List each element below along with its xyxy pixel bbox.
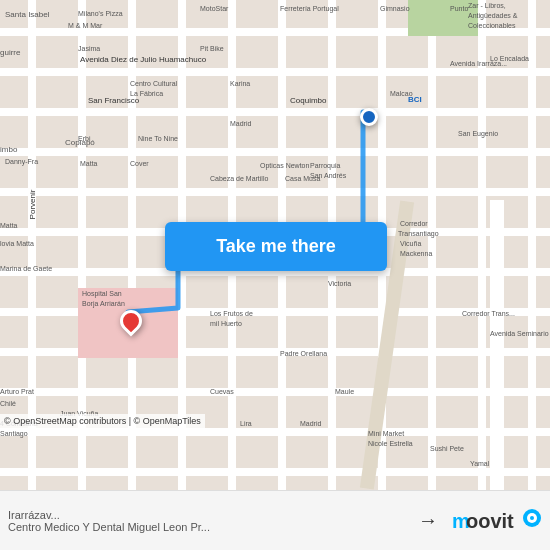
street-v9 — [428, 0, 436, 490]
svg-text:oovit: oovit — [466, 510, 514, 532]
destination-marker — [120, 310, 142, 332]
moovit-logo: m oovit — [452, 506, 542, 536]
street-san-eugenio — [490, 200, 504, 490]
street-v11 — [528, 0, 536, 490]
map-container: Avenida Diez de Julio Huamachuco Coquimb… — [0, 0, 550, 490]
bottom-bar-arrow: → — [404, 509, 452, 532]
origin-marker — [360, 108, 378, 126]
street-v10 — [478, 0, 486, 490]
copyright-text: © OpenStreetMap contributors | © OpenMap… — [0, 414, 205, 428]
route-from-label: Irarrázav... — [8, 509, 60, 521]
bottom-bar: Irarrázav... Centro Medico Y Dental Migu… — [0, 490, 550, 550]
route-to-label: Centro Medico Y Dental Miguel Leon Pr... — [8, 521, 210, 533]
take-me-there-button[interactable]: Take me there — [165, 222, 387, 271]
bottom-bar-route-info: Irarrázav... Centro Medico Y Dental Migu… — [8, 509, 404, 533]
arrow-icon: → — [412, 509, 444, 532]
pin-head — [115, 305, 146, 336]
bottom-bar-logo: m oovit — [452, 506, 542, 536]
block-park1 — [408, 0, 478, 36]
svg-point-4 — [530, 516, 534, 520]
